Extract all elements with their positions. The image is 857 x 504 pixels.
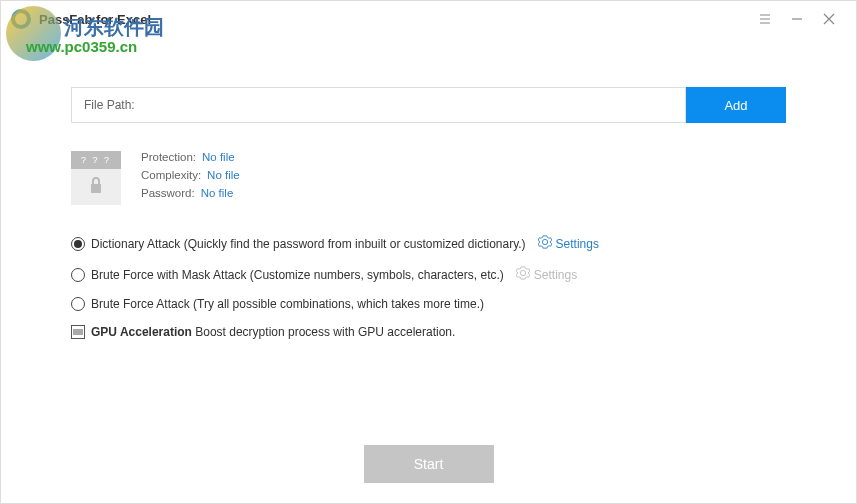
gear-icon xyxy=(516,266,530,283)
brute-force-label: Brute Force Attack (Try all possible com… xyxy=(91,297,484,311)
password-label: Password: xyxy=(141,187,195,199)
dictionary-settings-text: Settings xyxy=(556,237,599,251)
gpu-checkbox[interactable] xyxy=(71,325,85,339)
app-logo-icon xyxy=(11,9,31,29)
complexity-value: No file xyxy=(207,169,240,181)
add-button[interactable]: Add xyxy=(686,87,786,123)
start-button[interactable]: Start xyxy=(364,445,494,483)
dictionary-attack-label: Dictionary Attack (Quickly find the pass… xyxy=(91,237,526,251)
app-title: PassFab for Excel xyxy=(39,12,151,27)
minimize-button[interactable] xyxy=(785,7,809,31)
mask-settings-text: Settings xyxy=(534,268,577,282)
file-thumbnail: ? ? ? xyxy=(71,151,121,205)
gpu-label: GPU Acceleration Boost decryption proces… xyxy=(91,325,455,339)
menu-button[interactable] xyxy=(753,7,777,31)
dictionary-attack-radio[interactable] xyxy=(71,237,85,251)
title-bar: PassFab for Excel xyxy=(1,1,856,37)
close-button[interactable] xyxy=(817,7,841,31)
protection-label: Protection: xyxy=(141,151,196,163)
file-path-label: File Path: xyxy=(84,98,135,112)
mask-attack-radio[interactable] xyxy=(71,268,85,282)
thumbnail-placeholder-text: ? ? ? xyxy=(71,151,121,169)
complexity-label: Complexity: xyxy=(141,169,201,181)
mask-settings-link: Settings xyxy=(516,266,577,283)
file-path-row: File Path: Add xyxy=(71,87,786,123)
gear-icon xyxy=(538,235,552,252)
mask-attack-label: Brute Force with Mask Attack (Customize … xyxy=(91,268,504,282)
lock-icon xyxy=(89,176,103,198)
brute-force-radio[interactable] xyxy=(71,297,85,311)
password-value: No file xyxy=(201,187,234,199)
file-path-input[interactable]: File Path: xyxy=(71,87,686,123)
protection-value: No file xyxy=(202,151,235,163)
dictionary-settings-link[interactable]: Settings xyxy=(538,235,599,252)
file-info: ? ? ? Protection:No file Complexity:No f… xyxy=(71,151,786,205)
